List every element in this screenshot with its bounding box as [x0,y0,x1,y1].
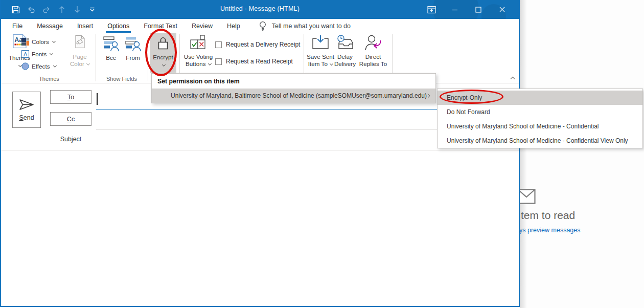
send-button[interactable]: Send [12,92,41,128]
theme-effects-label: Effects [32,63,50,70]
page-color-icon [74,35,86,49]
message-compose-window: Untitled - Message (HTML) [0,0,520,307]
ribbon-display-options-icon[interactable] [420,0,443,19]
cc-button[interactable]: Cc [50,112,91,126]
theme-effects-button[interactable]: Effects [21,61,73,71]
tab-review[interactable]: Review [186,19,219,33]
save-sent-icon [311,35,330,51]
bcc-icon [103,36,119,52]
chevron-down-icon [50,52,53,55]
minimize-button[interactable] [443,0,467,19]
chevron-down-icon [208,62,212,65]
themes-group-label: Themes [5,76,93,82]
delivery-receipt-checkbox[interactable]: Request a Delivery Receipt [215,41,300,48]
checkbox-icon[interactable] [215,41,222,48]
tell-me-box[interactable]: Tell me what you want to do [259,19,351,33]
menu-item-do-not-forward[interactable]: Do Not Forward [438,105,642,119]
group-separator [148,34,148,81]
lightbulb-icon [259,21,267,31]
titlebar: Untitled - Message (HTML) [1,0,519,19]
delay-delivery-label-line2: Delivery [334,60,356,68]
ribbon-tab-row: File Message Insert Options Format Text … [1,19,519,33]
tab-format-text[interactable]: Format Text [137,19,183,33]
tab-insert[interactable]: Insert [71,19,99,33]
reading-pane-partial-text: tem to read [521,209,575,222]
save-sent-item-button[interactable]: Save Sent Item To [307,35,334,68]
direct-replies-button[interactable]: Direct Replies To [357,35,389,68]
read-receipt-label: Request a Read Receipt [226,58,293,65]
theme-fonts-icon: A [21,50,29,58]
tab-file[interactable]: File [6,19,29,33]
voting-label-line2: Buttons [186,60,211,68]
voting-icon [189,35,208,50]
bcc-label: Bcc [106,54,116,61]
maximize-button[interactable] [467,0,490,19]
page-color-label-line1: Page [73,53,86,60]
window-edge-shadow [520,0,527,308]
page-color-button: Page Color [70,35,90,68]
cc-input[interactable] [96,129,437,129]
page-color-label-line2: Color [70,60,89,68]
from-icon [125,36,141,52]
read-receipt-checkbox[interactable]: Request a Read Receipt [215,58,293,65]
set-permission-menu: Set permission on this item University o… [151,73,436,103]
voting-label-line1: Use Voting [184,53,213,60]
tab-help[interactable]: Help [221,19,246,33]
tab-options[interactable]: Options [101,19,135,33]
theme-colors-button[interactable]: Colors [21,37,73,47]
text-cursor [97,93,98,105]
to-input[interactable] [96,109,437,109]
close-button[interactable] [490,0,514,19]
chevron-up-icon [511,77,515,81]
save-sent-label-line2: Item To [308,60,333,68]
encrypt-button[interactable]: Encrypt [150,33,176,73]
permission-submenu: Encrypt-Only Do Not Forward University o… [437,89,643,148]
menu-item-confidential[interactable]: University of Maryland School of Medicin… [438,119,642,134]
chevron-down-icon [86,62,90,65]
menu-header: Set permission on this item [152,74,435,89]
menu-item-confidential-view-only[interactable]: University of Maryland School of Medicin… [438,134,642,148]
from-label: From [126,54,140,61]
from-button[interactable]: From [123,36,143,61]
theme-colors-icon [21,38,29,46]
theme-effects-icon [21,62,29,70]
group-separator [96,34,96,81]
theme-colors-label: Colors [32,38,49,45]
envelope-icon [517,189,536,204]
theme-fonts-label: Fonts [32,51,47,57]
tell-me-label: Tell me what you want to do [272,23,351,30]
chevron-down-icon [162,63,165,67]
use-voting-buttons-button[interactable]: Use Voting Buttons [182,35,214,68]
direct-replies-label-line1: Direct [365,53,381,60]
menu-item-encrypt-only[interactable]: Encrypt-Only [438,91,642,105]
delay-delivery-label-line1: Delay [337,53,353,60]
direct-replies-label-line2: Replies To [359,60,387,68]
encrypt-label: Encrypt [153,54,173,61]
show-fields-group-label: Show Fields [98,76,145,82]
subject-label: Subject [50,136,91,143]
direct-replies-icon [364,35,382,51]
delay-delivery-icon [336,35,354,51]
send-label: Send [19,114,34,121]
collapse-ribbon-button[interactable] [509,76,517,82]
outlook-screen: tem to read ys preview messages [0,0,644,308]
account-permission-item[interactable]: University of Maryland, Baltimore School… [152,89,435,103]
to-button[interactable]: To [50,90,91,104]
preview-messages-link[interactable]: ys preview messages [519,227,581,234]
chevron-down-icon [53,64,56,68]
window-controls [420,0,514,19]
delay-delivery-button[interactable]: Delay Delivery [333,35,357,68]
send-plane-icon [18,98,35,111]
lock-icon [157,36,169,50]
bcc-button[interactable]: Bcc [101,36,121,61]
checkbox-icon[interactable] [215,58,222,65]
svg-text:A: A [24,51,28,57]
tab-message[interactable]: Message [31,19,69,33]
chevron-down-icon [52,39,56,43]
message-body-editor[interactable] [1,150,519,306]
save-sent-label-line1: Save Sent [307,53,334,60]
delivery-receipt-label: Request a Delivery Receipt [226,41,300,48]
theme-fonts-button[interactable]: A Fonts [21,49,73,59]
